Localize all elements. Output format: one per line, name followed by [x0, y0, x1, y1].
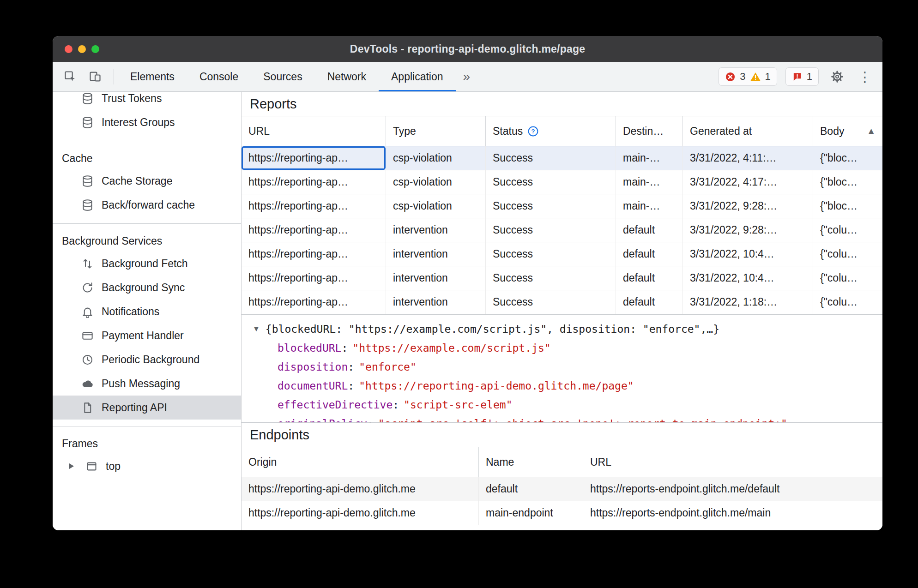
maximize-button[interactable] [91, 45, 99, 53]
minimize-button[interactable] [78, 45, 86, 53]
report-status-cell[interactable]: Success [486, 266, 616, 290]
report-destination-cell[interactable]: default [616, 266, 683, 290]
report-body-cell[interactable]: {"colu… [813, 290, 882, 314]
report-body-cell[interactable]: {"colu… [813, 266, 882, 290]
report-status-cell[interactable]: Success [486, 218, 616, 242]
help-icon[interactable]: ? [527, 126, 539, 137]
sidebar-item-label: Payment Handler [102, 330, 184, 342]
issues-badge[interactable]: 1 [785, 67, 819, 86]
report-url-cell[interactable]: https://reporting-ap… [242, 218, 386, 242]
report-type-cell[interactable]: intervention [386, 266, 486, 290]
column-header-generated-at[interactable]: Generated at [683, 116, 813, 146]
tab-network[interactable]: Network [315, 62, 379, 91]
report-row[interactable]: https://reporting-ap… csp-violation Succ… [242, 146, 882, 170]
sidebar-item-reporting-api[interactable]: Reporting API [53, 396, 241, 420]
report-type-cell[interactable]: intervention [386, 290, 486, 314]
report-type-cell[interactable]: intervention [386, 242, 486, 266]
report-body-preview: ▼ {blockedURL: "https://example.com/scri… [242, 314, 882, 422]
sidebar-item-push-messaging[interactable]: Push Messaging [53, 372, 241, 396]
tab-sources[interactable]: Sources [251, 62, 314, 91]
report-body-cell[interactable]: {"bloc… [813, 194, 882, 218]
column-header-name[interactable]: Name [479, 447, 583, 477]
sidebar-item-background-fetch[interactable]: Background Fetch [53, 252, 241, 276]
inspect-element-button[interactable] [60, 66, 80, 87]
device-toolbar-button[interactable] [85, 66, 105, 87]
report-destination-cell[interactable]: main-… [616, 194, 683, 218]
report-type-cell[interactable]: csp-violation [386, 146, 486, 170]
column-header-destination[interactable]: Destin… [616, 116, 683, 146]
report-status-cell[interactable]: Success [486, 146, 616, 170]
tab-console[interactable]: Console [187, 62, 251, 91]
report-row[interactable]: https://reporting-ap… intervention Succe… [242, 242, 882, 266]
report-status-cell[interactable]: Success [486, 290, 616, 314]
json-key: disposition [278, 361, 348, 373]
expand-toggle-icon[interactable]: ▼ [253, 325, 260, 333]
endpoint-origin-cell[interactable]: https://reporting-api-demo.glitch.me [242, 477, 479, 501]
report-body-cell[interactable]: {"colu… [813, 218, 882, 242]
report-url-cell[interactable]: https://reporting-ap… [242, 146, 386, 170]
kebab-menu-icon[interactable]: ⋮ [856, 69, 874, 85]
column-header-url[interactable]: URL [242, 116, 386, 146]
window-title: DevTools - reporting-api-demo.glitch.me/… [350, 43, 585, 55]
report-row[interactable]: https://reporting-ap… intervention Succe… [242, 266, 882, 290]
report-row[interactable]: https://reporting-ap… intervention Succe… [242, 290, 882, 314]
report-url-cell[interactable]: https://reporting-ap… [242, 290, 386, 314]
endpoint-row[interactable]: https://reporting-api-demo.glitch.me mai… [242, 501, 882, 525]
sidebar-item-background-sync[interactable]: Background Sync [53, 276, 241, 300]
report-generated-cell[interactable]: 3/31/2022, 10:4… [683, 242, 813, 266]
sidebar-item-back-forward-cache[interactable]: Back/forward cache [53, 193, 241, 217]
chevron-right-icon[interactable] [69, 463, 74, 469]
column-header-type[interactable]: Type [386, 116, 486, 146]
column-header-status[interactable]: Status ? [486, 116, 616, 146]
console-status-badge[interactable]: 3 1 [719, 67, 777, 86]
report-url-cell[interactable]: https://reporting-ap… [242, 194, 386, 218]
report-generated-cell[interactable]: 3/31/2022, 1:18:… [683, 290, 813, 314]
report-destination-cell[interactable]: main-… [616, 146, 683, 170]
close-button[interactable] [65, 45, 72, 53]
report-url-cell[interactable]: https://reporting-ap… [242, 242, 386, 266]
report-row[interactable]: https://reporting-ap… csp-violation Succ… [242, 194, 882, 218]
endpoint-url-cell[interactable]: https://reports-endpoint.glitch.me/main [583, 501, 882, 525]
report-type-cell[interactable]: intervention [386, 218, 486, 242]
sidebar-item-notifications[interactable]: Notifications [53, 300, 241, 324]
report-destination-cell[interactable]: main-… [616, 170, 683, 194]
report-status-cell[interactable]: Success [486, 194, 616, 218]
sidebar-item-payment-handler[interactable]: Payment Handler [53, 324, 241, 348]
column-header-origin[interactable]: Origin [242, 447, 479, 477]
report-body-cell[interactable]: {"bloc… [813, 170, 882, 194]
report-generated-cell[interactable]: 3/31/2022, 4:11:… [683, 146, 813, 170]
report-row[interactable]: https://reporting-ap… csp-violation Succ… [242, 170, 882, 194]
report-body-cell[interactable]: {"bloc… [813, 146, 882, 170]
more-tabs-button[interactable]: » [456, 62, 478, 91]
report-generated-cell[interactable]: 3/31/2022, 9:28:… [683, 218, 813, 242]
report-body-cell[interactable]: {"colu… [813, 242, 882, 266]
report-generated-cell[interactable]: 3/31/2022, 9:28:… [683, 194, 813, 218]
report-url-cell[interactable]: https://reporting-ap… [242, 170, 386, 194]
endpoint-origin-cell[interactable]: https://reporting-api-demo.glitch.me [242, 501, 479, 525]
report-url-cell[interactable]: https://reporting-ap… [242, 266, 386, 290]
sidebar-item-trust-tokens[interactable]: Trust Tokens [53, 92, 241, 110]
tab-application[interactable]: Application [379, 62, 456, 91]
report-type-cell[interactable]: csp-violation [386, 194, 486, 218]
endpoint-name-cell[interactable]: main-endpoint [479, 501, 583, 525]
report-status-cell[interactable]: Success [486, 242, 616, 266]
sidebar-item-top-frame[interactable]: top [53, 454, 241, 478]
sidebar-item-cache-storage[interactable]: Cache Storage [53, 169, 241, 193]
settings-button[interactable] [827, 66, 847, 87]
endpoint-name-cell[interactable]: default [479, 477, 583, 501]
sidebar-item-interest-groups[interactable]: Interest Groups [53, 110, 241, 134]
column-header-body[interactable]: Body ▲ [813, 116, 882, 146]
sidebar-item-periodic-background-sync[interactable]: Periodic Background [53, 348, 241, 372]
report-destination-cell[interactable]: default [616, 242, 683, 266]
column-header-endpoint-url[interactable]: URL [583, 447, 882, 477]
endpoint-row[interactable]: https://reporting-api-demo.glitch.me def… [242, 477, 882, 501]
report-destination-cell[interactable]: default [616, 290, 683, 314]
report-generated-cell[interactable]: 3/31/2022, 10:4… [683, 266, 813, 290]
report-type-cell[interactable]: csp-violation [386, 170, 486, 194]
report-destination-cell[interactable]: default [616, 218, 683, 242]
tab-elements[interactable]: Elements [118, 62, 187, 91]
report-status-cell[interactable]: Success [486, 170, 616, 194]
report-row[interactable]: https://reporting-ap… intervention Succe… [242, 218, 882, 242]
endpoint-url-cell[interactable]: https://reports-endpoint.glitch.me/defau… [583, 477, 882, 501]
report-generated-cell[interactable]: 3/31/2022, 4:17:… [683, 170, 813, 194]
